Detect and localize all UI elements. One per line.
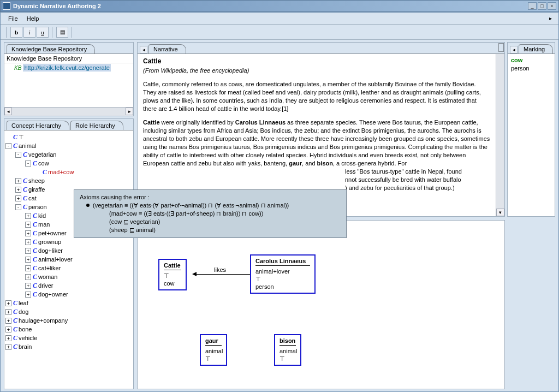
tree-node-label: mad+cow	[48, 168, 74, 176]
tree-node[interactable]: +Cdriver	[5, 281, 132, 290]
tree-node-label: grownup	[38, 237, 61, 246]
expand-icon[interactable]: +	[5, 326, 11, 332]
splitter-handle[interactable]	[498, 43, 504, 52]
hscrollbar[interactable]: ◂ ▸	[4, 107, 133, 116]
tab-nav-left-icon[interactable]: ◂	[510, 46, 518, 54]
save-button[interactable]: ▤	[56, 27, 68, 38]
tab-marking[interactable]: Marking	[519, 44, 553, 54]
maximize-button[interactable]: □	[538, 2, 546, 10]
expand-icon[interactable]: +	[25, 222, 31, 228]
concept-icon: C	[33, 159, 37, 168]
tree-node[interactable]: +Cvehicle	[5, 334, 132, 342]
marking-panel: ◂ Marking cowperson	[507, 42, 555, 217]
minimize-button[interactable]: _	[528, 2, 537, 10]
tree-node[interactable]: +Cwoman	[5, 272, 132, 281]
expand-icon[interactable]: +	[25, 248, 31, 254]
menubar-overflow-icon[interactable]: ▸	[546, 14, 554, 22]
tab-concept-hierarchy[interactable]: Concept Hierarchy	[7, 121, 69, 130]
tab-role-hierarchy[interactable]: Role Hierarchy	[70, 121, 123, 130]
expand-icon[interactable]: +	[25, 257, 31, 263]
expand-icon[interactable]: +	[5, 309, 11, 315]
tree-node[interactable]: +Cleaf	[5, 299, 132, 307]
graph-node-gaur[interactable]: gaur animal ⊤	[200, 334, 227, 366]
menu-help[interactable]: Help	[23, 14, 43, 23]
tree-node[interactable]: +Chaulage+company	[5, 316, 132, 325]
underline-button[interactable]: u	[37, 27, 49, 38]
tab-narrative[interactable]: Narrative	[148, 44, 186, 54]
vscrollbar[interactable]: ▾	[496, 54, 504, 216]
kb-entry[interactable]: KB http://krizik.felk.cvut.cz/generate	[4, 63, 133, 72]
concept-icon: C	[13, 299, 17, 307]
tree-spacer	[5, 134, 11, 140]
tree-node[interactable]: C⊤	[5, 133, 132, 141]
tree-node[interactable]: -Ccow	[5, 159, 132, 168]
concept-icon: C	[33, 272, 37, 281]
collapse-icon[interactable]: -	[25, 161, 31, 167]
expand-icon[interactable]: +	[15, 195, 21, 201]
scroll-right-icon[interactable]: ▸	[126, 108, 133, 115]
tree-node[interactable]: +Ccat+liker	[5, 264, 132, 272]
expand-icon[interactable]: +	[15, 178, 21, 184]
expand-icon[interactable]: +	[5, 318, 11, 324]
collapse-icon[interactable]: -	[15, 204, 21, 210]
tab-kb-repository[interactable]: Knowledge Base Repository	[7, 44, 95, 54]
expand-icon[interactable]: +	[25, 274, 31, 280]
expand-icon[interactable]: +	[15, 187, 21, 193]
tree-node-label: vehicle	[19, 334, 37, 342]
collapse-icon[interactable]: -	[15, 152, 21, 158]
graph-node-linnaeus[interactable]: Carolus Linnaeus animal+lover ⊤ person	[250, 254, 316, 294]
graph-node-cattle[interactable]: Cattle ⊤ cow	[158, 259, 187, 290]
tree-node[interactable]: -Cvegetarian	[5, 150, 132, 159]
concept-tree[interactable]: C⊤-Canimal-Cvegetarian-CcowCmad+cow+Cshe…	[4, 130, 133, 389]
marking-item[interactable]: cow	[511, 56, 551, 64]
expand-icon[interactable]: +	[25, 239, 31, 245]
tree-node[interactable]: -Canimal	[5, 141, 132, 150]
tree-node[interactable]: +Canimal+lover	[5, 255, 132, 264]
kb-url-link[interactable]: http://krizik.felk.cvut.cz/generate	[23, 64, 111, 72]
close-button[interactable]: ×	[548, 2, 556, 10]
concept-icon: C	[13, 141, 17, 150]
collapse-icon[interactable]: -	[5, 143, 11, 149]
toolbar-separator	[6, 27, 7, 38]
tree-node[interactable]: +Cdog+owner	[5, 290, 132, 299]
expand-icon[interactable]: +	[5, 300, 11, 306]
tree-node[interactable]: +Csheep	[5, 176, 132, 185]
window-title: Dynamic Narrative Authoring 2	[13, 3, 101, 9]
expand-icon[interactable]: +	[25, 265, 31, 271]
tree-node[interactable]: +Cbrain	[5, 342, 132, 351]
tree-node-label: vegetarian	[28, 150, 56, 159]
tab-nav-left-icon[interactable]: ◂	[140, 46, 147, 54]
tree-node[interactable]: +Cgrownup	[5, 237, 132, 246]
concept-icon: C	[33, 237, 37, 246]
expand-icon[interactable]: +	[25, 213, 31, 219]
tree-node[interactable]: +Cbone	[5, 325, 132, 334]
expand-icon[interactable]: +	[5, 344, 11, 350]
expand-icon[interactable]: +	[5, 335, 11, 341]
concept-icon: C	[33, 211, 37, 220]
graph-node-title: Cattle	[164, 262, 181, 270]
scroll-left-icon[interactable]: ◂	[4, 108, 12, 115]
concept-icon: C	[33, 264, 37, 272]
tree-node[interactable]: +Cdog+liker	[5, 246, 132, 255]
graph-node-title: gaur	[205, 337, 222, 346]
bullet-icon	[86, 204, 90, 207]
tree-node[interactable]: Cmad+cow	[5, 168, 132, 176]
graph-node-bison[interactable]: bison animal ⊤	[274, 334, 301, 366]
marking-item[interactable]: person	[511, 64, 551, 73]
concept-icon: C	[43, 168, 47, 176]
diagram-canvas[interactable]: Cattle ⊤ cow Carolus Linnaeus animal+lov…	[137, 220, 505, 389]
marking-list[interactable]: cowperson	[508, 54, 555, 75]
concept-icon: C	[33, 290, 37, 299]
expand-icon[interactable]: +	[25, 283, 31, 289]
bold-button[interactable]: b	[10, 27, 22, 38]
tree-node-label: sheep	[28, 176, 45, 185]
concept-icon: C	[13, 133, 17, 141]
menu-file[interactable]: File	[5, 14, 21, 23]
tree-spacer	[35, 169, 41, 175]
scroll-down-icon[interactable]: ▾	[496, 209, 504, 216]
expand-icon[interactable]: +	[25, 292, 31, 298]
arrow-head-icon	[192, 272, 197, 276]
italic-button[interactable]: i	[23, 27, 35, 38]
expand-icon[interactable]: +	[25, 230, 31, 236]
tree-node[interactable]: +Cdog	[5, 307, 132, 316]
